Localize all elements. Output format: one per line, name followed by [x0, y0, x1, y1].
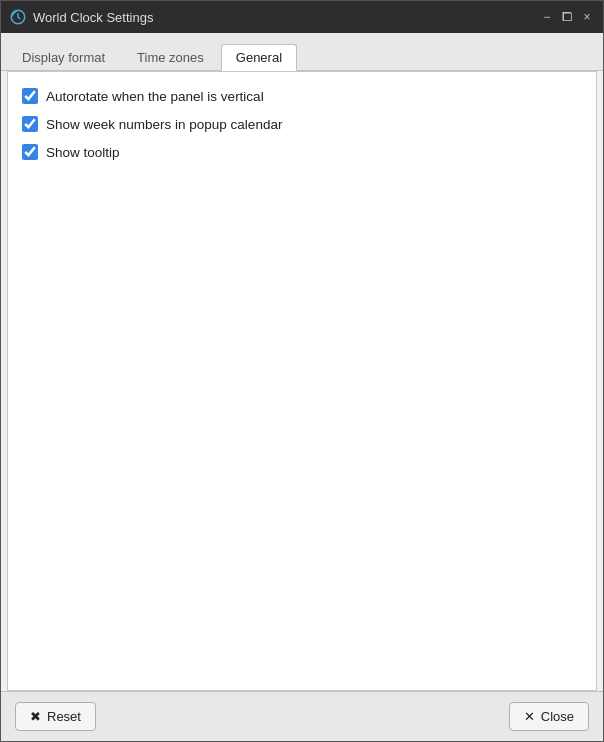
autorotate-row[interactable]: Autorotate when the panel is vertical [22, 88, 582, 104]
week-numbers-checkbox[interactable] [22, 116, 38, 132]
close-button[interactable]: ✕ Close [509, 702, 589, 731]
titlebar-left: World Clock Settings [9, 8, 153, 26]
minimize-button[interactable]: − [539, 9, 555, 25]
autorotate-checkbox[interactable] [22, 88, 38, 104]
window: World Clock Settings − ⧠ × Display forma… [0, 0, 604, 742]
content-area: Autorotate when the panel is vertical Sh… [7, 71, 597, 691]
reset-button[interactable]: ✖ Reset [15, 702, 96, 731]
window-title: World Clock Settings [33, 10, 153, 25]
week-numbers-label: Show week numbers in popup calendar [46, 117, 282, 132]
tab-general[interactable]: General [221, 44, 297, 71]
autorotate-label: Autorotate when the panel is vertical [46, 89, 264, 104]
tooltip-checkbox[interactable] [22, 144, 38, 160]
tab-display-format[interactable]: Display format [7, 44, 120, 70]
footer: ✖ Reset ✕ Close [1, 691, 603, 741]
restore-button[interactable]: ⧠ [559, 9, 575, 25]
tabbar: Display format Time zones General [1, 33, 603, 71]
tab-time-zones[interactable]: Time zones [122, 44, 219, 70]
titlebar-buttons: − ⧠ × [539, 9, 595, 25]
tooltip-label: Show tooltip [46, 145, 120, 160]
close-label: Close [541, 709, 574, 724]
week-numbers-row[interactable]: Show week numbers in popup calendar [22, 116, 582, 132]
titlebar: World Clock Settings − ⧠ × [1, 1, 603, 33]
close-icon: ✕ [524, 709, 535, 724]
reset-icon: ✖ [30, 709, 41, 724]
app-icon [9, 8, 27, 26]
window-close-button[interactable]: × [579, 9, 595, 25]
reset-label: Reset [47, 709, 81, 724]
tooltip-row[interactable]: Show tooltip [22, 144, 582, 160]
